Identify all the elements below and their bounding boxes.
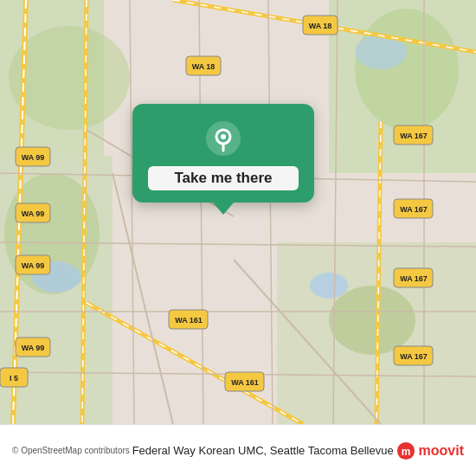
moovit-logo: m moovit (396, 441, 464, 460)
tooltip-card[interactable]: Take me there (132, 104, 314, 203)
svg-point-8 (329, 286, 415, 355)
moovit-icon: m (396, 441, 415, 460)
location-pin-icon (204, 119, 242, 158)
svg-text:WA 161: WA 161 (175, 316, 203, 325)
svg-text:WA 18: WA 18 (192, 62, 215, 71)
svg-text:WA 99: WA 99 (22, 153, 45, 162)
moovit-label: moovit (419, 443, 464, 459)
svg-text:WA 99: WA 99 (22, 344, 45, 352)
svg-text:I 5: I 5 (10, 374, 18, 383)
place-info: Federal Way Korean UMC, Seattle Tacoma B… (132, 444, 394, 457)
svg-point-62 (221, 134, 226, 139)
svg-text:m: m (401, 445, 410, 457)
place-name: Federal Way Korean UMC, Seattle Tacoma B… (132, 444, 394, 457)
svg-text:WA 18: WA 18 (309, 22, 332, 30)
map-container: WA 99 WA 99 WA 99 WA 99 WA 18 WA 18 WA 1… (0, 0, 476, 424)
svg-text:WA 167: WA 167 (400, 274, 428, 283)
take-me-there-button[interactable]: Take me there (148, 166, 299, 190)
svg-text:WA 161: WA 161 (231, 378, 259, 387)
bottom-bar: © OpenStreetMap contributors Federal Way… (0, 424, 476, 476)
svg-point-6 (355, 9, 459, 130)
svg-text:WA 99: WA 99 (22, 261, 45, 270)
svg-text:WA 167: WA 167 (400, 132, 428, 140)
svg-point-10 (310, 273, 348, 299)
svg-text:WA 167: WA 167 (400, 352, 428, 361)
svg-text:WA 99: WA 99 (22, 209, 45, 218)
osm-attribution: © OpenStreetMap contributors (12, 446, 130, 455)
svg-text:WA 167: WA 167 (400, 205, 428, 214)
